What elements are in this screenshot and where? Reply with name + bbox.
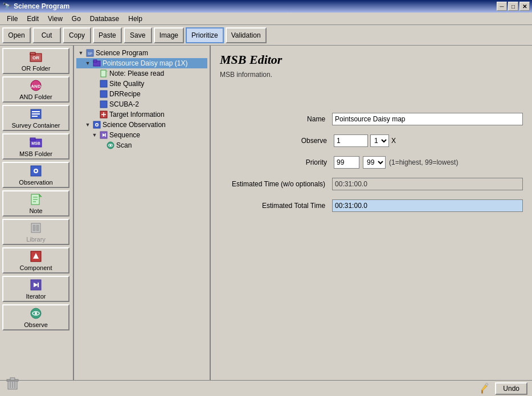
priority-input[interactable] bbox=[334, 156, 359, 169]
svg-rect-56 bbox=[10, 378, 15, 380]
sidebar-library[interactable]: Library bbox=[2, 219, 69, 245]
tree-item-sequence[interactable]: ▼ Sequence bbox=[76, 130, 207, 140]
name-input[interactable] bbox=[332, 113, 523, 125]
sidebar-note[interactable]: Note bbox=[2, 190, 69, 217]
svg-rect-1 bbox=[30, 52, 35, 55]
sidebar-msb-folder[interactable]: MSB MSB Folder bbox=[2, 133, 69, 160]
sidebar-observation[interactable]: Observation bbox=[2, 162, 69, 188]
tree-item-science-obs[interactable]: ▼ Science Observation bbox=[76, 120, 207, 130]
validation-button[interactable]: Validation bbox=[226, 27, 267, 43]
svg-point-43 bbox=[96, 124, 98, 126]
svg-rect-33 bbox=[101, 70, 106, 77]
tree-item-pointsource-daisy[interactable]: ▼ Pointsource Daisy map (1X) bbox=[76, 58, 207, 68]
observe-label: Observe bbox=[220, 137, 334, 145]
tree-label-scan: Scan bbox=[116, 141, 132, 149]
tree-item-science-program[interactable]: ▼ SP Science Program bbox=[76, 48, 207, 58]
sidebar-component[interactable]: Component bbox=[2, 247, 69, 273]
menu-go[interactable]: Go bbox=[67, 14, 85, 24]
tree-expand-target bbox=[91, 111, 98, 118]
svg-marker-53 bbox=[481, 393, 483, 394]
title-bar-buttons: ─ □ ✕ bbox=[497, 2, 530, 11]
tree-icon-drrecipe bbox=[99, 89, 108, 99]
editor-panel: MSB Editor MSB information. Name Observe… bbox=[211, 46, 532, 380]
svg-text:MSB: MSB bbox=[31, 141, 40, 145]
sidebar-iterator[interactable]: Iterator bbox=[2, 276, 69, 302]
menu-edit[interactable]: Edit bbox=[22, 14, 43, 24]
maximize-button[interactable]: □ bbox=[508, 2, 518, 11]
svg-rect-32 bbox=[93, 60, 97, 62]
observe-x-label: X bbox=[391, 137, 396, 145]
title-bar: 🔭 Science Program ─ □ ✕ bbox=[0, 0, 532, 13]
observation-icon bbox=[29, 164, 43, 178]
observe-row: Observe 1 2 3 X bbox=[220, 134, 523, 147]
tree-icon-target bbox=[99, 110, 108, 119]
open-button[interactable]: Open bbox=[2, 27, 31, 43]
trash-icon bbox=[5, 375, 21, 394]
tree-item-site-quality[interactable]: Site Quality bbox=[76, 79, 207, 89]
priority-controls: 99 1 50 (1=highest, 99=lowest) bbox=[334, 156, 458, 169]
image-button[interactable]: Image bbox=[154, 27, 184, 43]
and-folder-icon: AND bbox=[29, 79, 43, 92]
est-time-row: Estimated Time (w/o optionals) bbox=[220, 178, 523, 190]
svg-rect-50 bbox=[481, 390, 483, 393]
est-total-input bbox=[332, 199, 523, 212]
tree-item-drrecipe[interactable]: DRRecipe bbox=[76, 89, 207, 99]
svg-rect-35 bbox=[100, 80, 107, 87]
tree-item-scuba2[interactable]: SCUBA-2 bbox=[76, 99, 207, 109]
svg-rect-37 bbox=[100, 101, 107, 108]
prioritize-button[interactable]: Prioritize bbox=[186, 27, 224, 43]
toolbar: Open Cut Copy Paste Save Image Prioritiz… bbox=[0, 25, 532, 46]
editor-subtitle: MSB information. bbox=[220, 71, 523, 79]
sidebar-and-folder[interactable]: AND AND Folder bbox=[2, 76, 69, 103]
observe-select[interactable]: 1 2 3 bbox=[370, 134, 389, 147]
svg-text:OR: OR bbox=[32, 55, 39, 60]
tree-label-drrecipe: DRRecipe bbox=[109, 90, 141, 98]
tree-expand-drrecipe bbox=[91, 91, 98, 97]
menu-database[interactable]: Database bbox=[85, 14, 124, 24]
window-title: Science Program bbox=[14, 2, 497, 10]
tree-expand-scan bbox=[98, 142, 105, 149]
tree-icon-sequence bbox=[99, 130, 108, 140]
bottom-bar: Undo bbox=[0, 380, 532, 396]
tree-item-note[interactable]: Note: Please read bbox=[76, 68, 207, 79]
tree-expand-sequence: ▼ bbox=[91, 132, 98, 138]
undo-button[interactable]: Undo bbox=[495, 382, 527, 395]
tree-label-science-program: Science Program bbox=[96, 49, 148, 57]
close-button[interactable]: ✕ bbox=[519, 2, 530, 11]
tree-item-target-info[interactable]: Target Information bbox=[76, 109, 207, 120]
iterator-icon bbox=[29, 278, 43, 292]
name-label: Name bbox=[220, 115, 332, 123]
svg-text:AND: AND bbox=[31, 84, 41, 89]
save-button[interactable]: Save bbox=[124, 27, 152, 43]
priority-row: Priority 99 1 50 (1=highest, 99=lowest) bbox=[220, 156, 523, 169]
tree-panel: ▼ SP Science Program ▼ Pointsource Daisy… bbox=[74, 46, 211, 380]
main-layout: OR OR Folder AND AND Folder bbox=[0, 46, 532, 380]
priority-desc: (1=highest, 99=lowest) bbox=[389, 158, 458, 166]
minimize-button[interactable]: ─ bbox=[497, 2, 507, 11]
tree-icon-scan bbox=[106, 141, 115, 150]
observe-label: Observe bbox=[24, 321, 48, 328]
copy-button[interactable]: Copy bbox=[63, 27, 91, 43]
menu-file[interactable]: File bbox=[2, 14, 22, 24]
tree-label-scuba2: SCUBA-2 bbox=[109, 100, 139, 108]
svg-text:SP: SP bbox=[88, 52, 92, 55]
priority-select[interactable]: 99 1 50 bbox=[363, 156, 386, 169]
tree-item-scan[interactable]: Scan bbox=[76, 140, 207, 150]
sidebar-survey-container[interactable]: Survey Container bbox=[2, 105, 69, 131]
tree-icon-science-obs bbox=[92, 120, 101, 129]
cut-button[interactable]: Cut bbox=[32, 27, 61, 43]
paste-button[interactable]: Paste bbox=[93, 27, 122, 43]
or-folder-icon: OR bbox=[29, 50, 43, 64]
library-label: Library bbox=[26, 236, 46, 243]
tree-label-site-quality: Site Quality bbox=[109, 80, 144, 88]
svg-point-14 bbox=[35, 170, 37, 172]
sidebar-or-folder[interactable]: OR OR Folder bbox=[2, 48, 69, 74]
observe-input[interactable] bbox=[334, 134, 368, 147]
tree-label-note: Note: Please read bbox=[109, 70, 164, 77]
tree-label-science-obs: Science Observation bbox=[103, 121, 166, 129]
menu-view[interactable]: View bbox=[43, 14, 67, 24]
priority-label: Priority bbox=[220, 158, 334, 166]
sidebar-observe[interactable]: Observe bbox=[2, 304, 69, 330]
menu-help[interactable]: Help bbox=[124, 14, 147, 24]
component-icon bbox=[29, 250, 43, 263]
